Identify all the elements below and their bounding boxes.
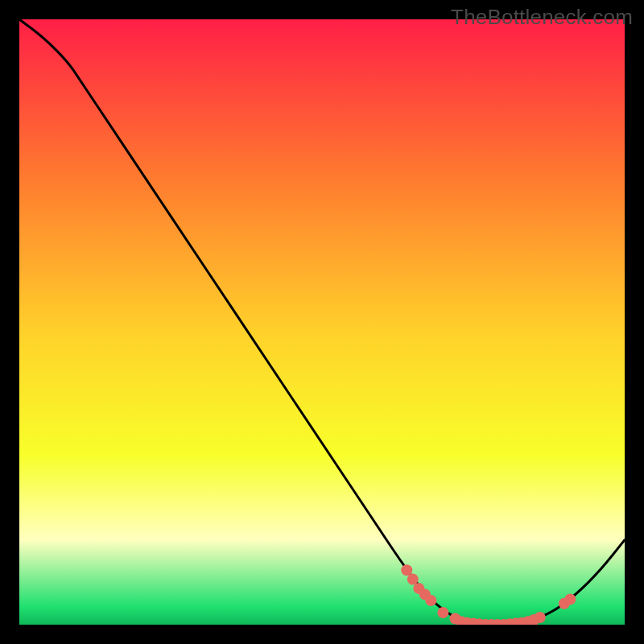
watermark-text: TheBottleneck.com bbox=[451, 5, 633, 30]
data-marker bbox=[437, 607, 448, 618]
data-marker bbox=[564, 593, 576, 605]
data-marker bbox=[425, 595, 436, 606]
bottleneck-chart bbox=[19, 19, 625, 625]
data-marker bbox=[535, 612, 546, 623]
chart-frame: TheBottleneck.com bbox=[0, 0, 644, 644]
gradient-background bbox=[19, 19, 625, 625]
